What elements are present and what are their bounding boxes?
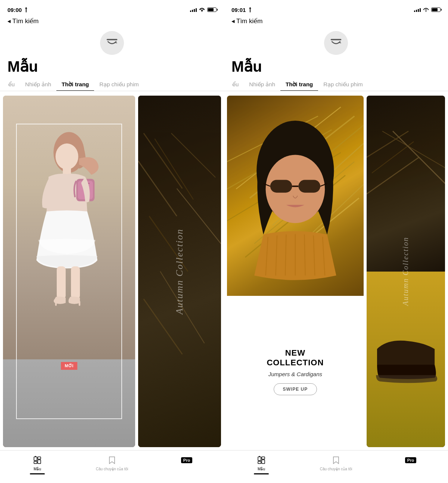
svg-point-25: [426, 11, 426, 12]
phone-panel-2: 09:01 ◂ Tìm kiếm: [224, 0, 448, 483]
person-photo-svg: [227, 96, 364, 296]
nav-story-label-1: Câu chuyện của tôi: [96, 467, 128, 471]
amazon-icon-2: [324, 31, 348, 55]
autumn-text-1: Autumn Collection: [174, 229, 185, 315]
signal-icon-1: [190, 7, 197, 12]
nav-story-icon-1: [107, 455, 117, 465]
swipe-up-button[interactable]: SWIPE UP: [274, 383, 317, 395]
tab-fashion-2[interactable]: Thời trang: [280, 78, 318, 91]
tab-photo-1[interactable]: Nhiếp ảnh: [20, 78, 56, 91]
fashion-card-1[interactable]: MỚI: [3, 96, 135, 447]
autumn-card-2[interactable]: Autumn Collection: [367, 96, 445, 447]
nav-mau-icon-1: [32, 455, 43, 465]
page-title-2: Mẫu: [224, 56, 448, 78]
tabs-2: ểu Nhiếp ảnh Thời trang Rạp chiếu phim: [224, 78, 448, 91]
new-collection-title: NEW COLLECTION: [267, 348, 324, 368]
tab-fashion-1[interactable]: Thời trang: [56, 78, 94, 91]
svg-rect-58: [262, 457, 265, 459]
nav-story-label-2: Câu chuyện của tôi: [320, 467, 352, 471]
nav-mau-label-1: Mẫu: [34, 467, 41, 471]
svg-point-0: [202, 11, 202, 12]
content-area-2: NEW COLLECTION Jumpers & Cardigans SWIPE…: [224, 91, 448, 450]
back-nav-1[interactable]: ◂ Tìm kiếm: [0, 16, 224, 28]
time-display-2: 09:01: [231, 7, 246, 13]
bookmark-icon-2: [332, 456, 340, 465]
battery-icon-1: [207, 7, 217, 12]
svg-rect-20: [34, 457, 37, 461]
nav-mau-icon-2: [256, 455, 267, 465]
back-nav-2[interactable]: ◂ Tìm kiếm: [224, 16, 448, 28]
nav-story-2[interactable]: Câu chuyện của tôi: [299, 455, 373, 471]
wifi-icon-1: [199, 7, 205, 12]
svg-point-61: [259, 456, 260, 457]
svg-line-13: [155, 139, 193, 199]
battery-icon-2: [431, 7, 441, 12]
tab-ieu-1[interactable]: ểu: [3, 78, 20, 91]
amazon-smile-svg-1: [105, 36, 119, 50]
svg-rect-41: [298, 180, 320, 193]
new-collection-card[interactable]: NEW COLLECTION Jumpers & Cardigans SWIPE…: [227, 96, 364, 447]
tab-cinema-1[interactable]: Rạp chiếu phim: [94, 78, 144, 91]
status-bar-2: 09:01: [224, 0, 448, 16]
back-text-2: Tìm kiếm: [236, 17, 262, 25]
svg-rect-9: [71, 266, 80, 299]
nav-mau-1[interactable]: Mẫu: [0, 455, 75, 474]
nav-mau-label-2: Mẫu: [258, 467, 265, 471]
pro-badge-2: Pro: [405, 457, 416, 463]
template-icon-1: [33, 456, 42, 465]
tab-photo-2[interactable]: Nhiếp ảnh: [244, 78, 280, 91]
nav-pro-icon-1: Pro: [181, 455, 192, 465]
nav-story-1[interactable]: Câu chuyện của tôi: [75, 455, 149, 471]
back-text-1: Tìm kiếm: [12, 17, 38, 25]
app-icon-wrapper-2: [224, 28, 448, 56]
tab-cinema-2[interactable]: Rạp chiếu phim: [318, 78, 368, 91]
location-icon-1: [24, 7, 28, 12]
nav-mau-2[interactable]: Mẫu: [224, 455, 299, 474]
autumn-card-1[interactable]: Autumn Collection: [138, 96, 221, 447]
collection-photo-top: [227, 96, 364, 296]
nav-pro-icon-2: Pro: [405, 455, 416, 465]
moi-badge: MỚI: [61, 362, 77, 370]
template-icon-2: [257, 456, 266, 465]
svg-rect-60: [258, 461, 261, 464]
nav-story-icon-2: [331, 455, 341, 465]
svg-line-15: [171, 133, 215, 177]
autumn-vertical-text-2: Autumn Collection: [401, 237, 410, 306]
svg-rect-11: [79, 301, 80, 306]
bottom-nav-2: Mẫu Câu chuyện của tôi Pro: [224, 450, 448, 483]
nav-pro-1[interactable]: Pro: [149, 455, 224, 465]
phone-panel-1: 09:00 ◂ Tìm: [0, 0, 224, 483]
back-arrow-1: ◂: [7, 17, 11, 25]
svg-rect-8: [57, 266, 66, 299]
content-area-1: MỚI Autumn Collectio: [0, 91, 224, 450]
page-title-1: Mẫu: [0, 56, 224, 78]
tabs-1: ểu Nhiếp ảnh Thời trang Rạp chiếu phim: [0, 78, 224, 91]
collection-subtitle: Jumpers & Cardigans: [268, 371, 322, 377]
svg-point-3: [56, 143, 78, 170]
amazon-smile-svg-2: [329, 36, 343, 50]
signal-icon-2: [414, 7, 421, 12]
svg-rect-21: [38, 457, 41, 459]
svg-line-14: [138, 161, 177, 216]
back-arrow-2: ◂: [231, 17, 235, 25]
collection-text-bottom: NEW COLLECTION Jumpers & Cardigans SWIPE…: [227, 296, 364, 447]
status-time-2: 09:01: [231, 7, 252, 13]
svg-line-12: [144, 133, 183, 189]
tab-ieu-2[interactable]: ểu: [227, 78, 244, 91]
svg-rect-57: [258, 457, 261, 461]
svg-rect-26: [331, 39, 342, 40]
wifi-icon-2: [423, 7, 429, 12]
fashion-person-svg: [16, 103, 122, 402]
time-display-1: 09:00: [7, 7, 22, 13]
svg-rect-59: [262, 460, 265, 464]
svg-rect-1: [107, 39, 118, 40]
location-icon-2: [248, 7, 252, 12]
nav-active-bar-2: [254, 473, 269, 474]
fashion-card-bg-1: MỚI: [3, 96, 135, 447]
pro-badge-1: Pro: [181, 457, 192, 463]
nav-pro-2[interactable]: Pro: [373, 455, 448, 465]
svg-rect-22: [38, 460, 41, 464]
svg-rect-40: [270, 180, 292, 193]
svg-point-24: [35, 456, 36, 457]
app-icon-wrapper-1: [0, 28, 224, 56]
